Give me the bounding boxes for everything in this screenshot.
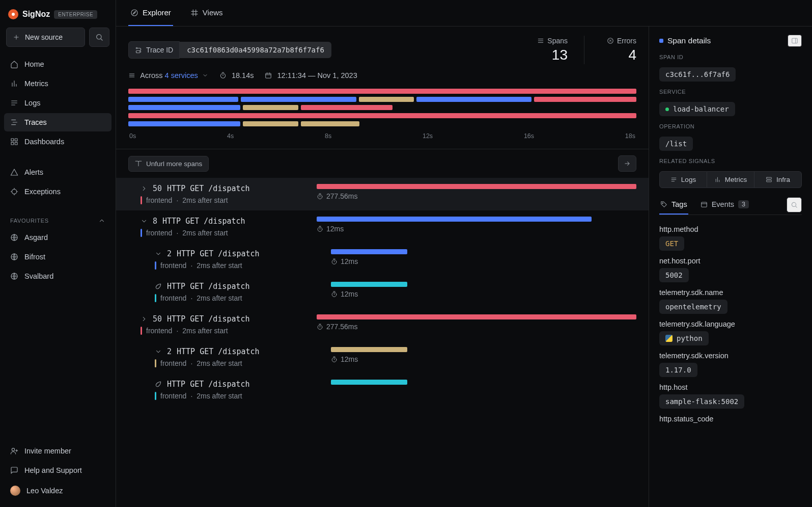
favourites-list: Asgard Bifrost Svalbard — [4, 228, 111, 285]
nav-alerts[interactable]: Alerts — [4, 163, 111, 181]
nav-logs[interactable]: Logs — [4, 94, 111, 112]
detail-tab-tags[interactable]: Tags — [659, 195, 688, 215]
status-dot-icon — [659, 39, 663, 43]
timer-icon — [317, 226, 323, 232]
home-icon — [10, 60, 18, 68]
chevron-down-icon[interactable] — [141, 218, 148, 225]
nav-traces[interactable]: Traces — [4, 113, 111, 131]
span-name: HTTP GET /dispatch — [162, 217, 245, 226]
nav-exceptions[interactable]: Exceptions — [4, 182, 111, 201]
across-services[interactable]: Across 4 services — [128, 71, 208, 79]
new-source-label: New source — [25, 33, 63, 41]
span-start-offset: 2ms after start — [197, 392, 242, 400]
detail-tab-events[interactable]: Events 3 — [699, 195, 750, 215]
operation-value[interactable]: /list — [659, 137, 693, 151]
span-child-count: 2 — [167, 347, 172, 356]
minimap-segment — [301, 121, 359, 126]
tag-key: telemetry.sdk.language — [659, 317, 802, 328]
nav-metrics[interactable]: Metrics — [4, 74, 111, 93]
nav-traces-label: Traces — [24, 118, 47, 126]
nav-metrics-label: Metrics — [24, 79, 48, 88]
minimap-segment — [359, 97, 414, 102]
minimap-axis-tick: 8s — [325, 132, 331, 140]
span-row[interactable]: HTTP GET /dispatchfrontend·2ms after sta… — [116, 276, 649, 308]
span-service: frontend — [146, 196, 172, 204]
span-start-offset: 2ms after start — [197, 261, 242, 270]
leaf-icon — [155, 283, 162, 290]
tab-explorer[interactable]: Explorer — [128, 0, 173, 26]
service-color-bar — [155, 359, 156, 367]
service-color-bar — [155, 261, 156, 270]
minimap-row — [128, 113, 636, 118]
help-support-label: Help and Support — [24, 466, 82, 474]
nav-home[interactable]: Home — [4, 55, 111, 73]
minimap-segment — [416, 97, 531, 102]
list-icon — [537, 37, 544, 44]
related-logs-button[interactable]: Logs — [659, 171, 707, 188]
timer-icon — [317, 324, 323, 330]
tier-badge: ENTERPRISE — [54, 10, 97, 19]
chevron-down-icon[interactable] — [155, 348, 162, 355]
span-duration-text: 277.56ms — [326, 192, 357, 200]
span-name: HTTP GET /dispatch — [167, 314, 250, 324]
span-name: HTTP GET /dispatch — [167, 184, 250, 193]
span-row[interactable]: 50HTTP GET /dispatchfrontend·2ms after s… — [116, 308, 649, 341]
tab-views[interactable]: Views — [188, 0, 225, 26]
span-service: frontend — [160, 294, 186, 302]
service-color-bar — [155, 392, 156, 400]
span-duration-text: 12ms — [326, 225, 344, 233]
related-infra-button[interactable]: Infra — [754, 171, 802, 188]
related-metrics-button[interactable]: Metrics — [707, 171, 754, 188]
chevron-down-icon[interactable] — [155, 250, 162, 257]
span-row[interactable]: 2HTTP GET /dispatchfrontend·2ms after st… — [116, 341, 649, 373]
span-row[interactable]: 50HTTP GET /dispatchfrontend·2ms after s… — [116, 178, 649, 210]
collapse-panel-button[interactable] — [618, 155, 636, 172]
span-row[interactable]: 8HTTP GET /dispatchfrontend·2ms after st… — [116, 210, 649, 243]
unfurl-spans-button[interactable]: Unfurl more spans — [128, 156, 209, 172]
span-service: frontend — [146, 229, 172, 237]
bug-icon — [10, 188, 18, 196]
panel-layout-toggle-button[interactable] — [788, 35, 802, 47]
service-color-bar — [155, 294, 156, 302]
global-search-button[interactable] — [89, 28, 109, 47]
help-support-button[interactable]: Help and Support — [4, 461, 111, 479]
minimap-segment — [243, 105, 299, 110]
fav-bifrost-label: Bifrost — [24, 253, 45, 261]
brand-name: SigNoz — [22, 10, 50, 19]
svg-rect-17 — [266, 73, 271, 78]
span-row[interactable]: 2HTTP GET /dispatchfrontend·2ms after st… — [116, 243, 649, 276]
svg-rect-24 — [792, 38, 798, 43]
chevron-right-icon[interactable] — [141, 185, 148, 192]
invite-member-button[interactable]: Invite member — [4, 442, 111, 460]
span-service: frontend — [160, 359, 186, 367]
span-start-offset: 2ms after start — [197, 294, 242, 302]
tag-value[interactable]: sample-flask:5002 — [659, 394, 744, 409]
svg-point-10 — [12, 448, 14, 451]
tag-value[interactable]: python — [659, 331, 709, 345]
trace-minimap[interactable]: 0s4s8s12s16s18s — [116, 86, 649, 143]
svg-rect-26 — [767, 180, 772, 182]
service-value[interactable]: load-balancer — [659, 102, 735, 116]
tag-value[interactable]: 5002 — [659, 268, 689, 282]
span-id-value[interactable]: c3c61f...6f7af6 — [659, 67, 736, 82]
span-row[interactable]: HTTP GET /dispatchfrontend·2ms after sta… — [116, 373, 649, 406]
fav-svalbard[interactable]: Svalbard — [4, 267, 111, 285]
favourites-header[interactable]: FAVOURITES — [4, 213, 111, 228]
chevron-right-icon[interactable] — [141, 315, 148, 323]
current-user-button[interactable]: Leo Valdez — [4, 481, 111, 501]
detail-search-button[interactable] — [787, 197, 802, 212]
tag-value[interactable]: opentelemetry — [659, 300, 727, 314]
compass-icon — [130, 9, 138, 17]
new-source-button[interactable]: New source — [6, 28, 85, 47]
minimap-segment — [243, 121, 299, 126]
avatar-icon — [10, 486, 20, 496]
fav-bifrost[interactable]: Bifrost — [4, 248, 111, 266]
tag-value[interactable]: GET — [659, 236, 684, 251]
server-icon — [766, 176, 772, 183]
unfurl-spans-label: Unfurl more spans — [146, 160, 202, 168]
service-color-bar — [141, 327, 142, 335]
fav-asgard[interactable]: Asgard — [4, 228, 111, 247]
trace-id-pill[interactable]: Trace ID c3c61f0863d0a45998a72a7b8f6f7af… — [128, 41, 331, 59]
nav-dashboards[interactable]: Dashboards — [4, 132, 111, 151]
tag-value[interactable]: 1.17.0 — [659, 363, 697, 377]
